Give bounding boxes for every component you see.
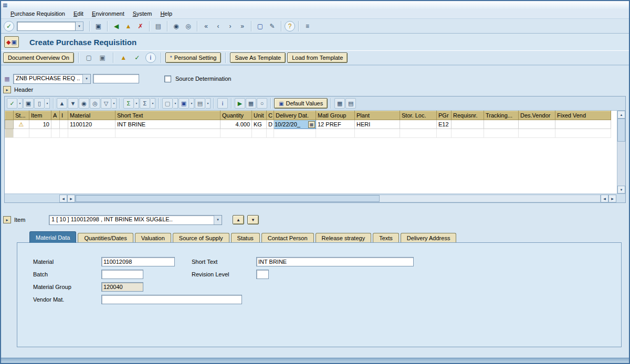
last-page-icon[interactable]: »	[237, 20, 248, 31]
status-warning-icon[interactable]: ⚠	[14, 120, 29, 129]
delete-dropdown-icon[interactable]: ▼	[45, 98, 50, 109]
document-overview-button[interactable]: Document Overview On	[3, 52, 74, 63]
details-info-icon[interactable]: i	[217, 98, 228, 109]
tab-source-of-supply[interactable]: Source of Supply	[173, 233, 229, 243]
vertical-scrollbar[interactable]: ▲ ▼	[617, 111, 625, 194]
col-stor-loc[interactable]: Stor. Loc.	[400, 111, 437, 120]
cell-des-vendor[interactable]	[519, 120, 555, 129]
create-shortcut-icon[interactable]: ✎	[267, 20, 278, 31]
cell-c[interactable]: D	[267, 120, 274, 129]
tab-material-data[interactable]: Material Data	[29, 231, 76, 243]
cell-item[interactable]: 10	[29, 120, 51, 129]
default-values-button[interactable]: ▣ Default Values	[274, 98, 328, 109]
filter-icon[interactable]: ▽	[101, 98, 111, 109]
views-dropdown-icon[interactable]: ▼	[206, 98, 211, 109]
sort-ascending-icon[interactable]: ▲	[57, 98, 67, 109]
col-i[interactable]: I	[60, 111, 68, 120]
duplicate-row-icon[interactable]: ▣	[178, 98, 189, 109]
graphic-icon[interactable]: ▦	[246, 98, 256, 109]
vertical-scroll-thumb[interactable]	[617, 119, 625, 142]
item-expand-icon[interactable]: ▸	[3, 216, 11, 223]
first-page-icon[interactable]: «	[201, 20, 212, 31]
copy-row-icon[interactable]: ▣	[23, 98, 34, 109]
find-next-icon[interactable]: ◎	[183, 20, 194, 31]
scroll-left-icon[interactable]: ◀	[59, 195, 67, 202]
batch-field[interactable]	[101, 270, 143, 279]
insert-row-dropdown-icon[interactable]: ▼	[173, 98, 178, 109]
sort-descending-icon[interactable]: ▼	[68, 98, 78, 109]
grid-find-icon[interactable]: ◉	[79, 98, 89, 109]
grid-find-next-icon[interactable]: ◎	[90, 98, 100, 109]
item-selector-combo[interactable]: 1 [ 10 ] 110012098 , INT BRINE MIX SUG&L…	[49, 215, 222, 225]
col-short-text[interactable]: Short Text	[116, 111, 220, 120]
row-selector-cell[interactable]	[5, 129, 14, 138]
cell-i[interactable]	[60, 120, 68, 129]
vendor-mat-field[interactable]	[101, 295, 242, 304]
save-as-template-button[interactable]: Save As Template	[230, 52, 286, 63]
hold-icon[interactable]: ▲	[118, 52, 129, 63]
services-icon[interactable]: ▣	[11, 39, 16, 46]
exit-icon[interactable]: ▲	[123, 20, 134, 31]
horizontal-scrollbar[interactable]: ◀ ▶ ◀ ▶	[5, 194, 625, 202]
layout-menu-icon[interactable]: ≡	[302, 20, 313, 31]
menu-purchase-requisition[interactable]: Purchase Requisition	[6, 10, 69, 17]
cell-pgr[interactable]: E12	[437, 120, 452, 129]
check-entries-icon[interactable]: ✓	[7, 98, 17, 109]
col-material[interactable]: Material	[68, 111, 116, 120]
col-delivery-date[interactable]: Delivery Dat.	[274, 111, 316, 120]
col-tracking[interactable]: Tracking...	[484, 111, 519, 120]
calendar-icon[interactable]: ▦	[308, 121, 315, 128]
command-input[interactable]	[17, 22, 76, 31]
cell-short-text[interactable]: INT BRINE	[116, 120, 220, 129]
cell-plant[interactable]: HERI	[355, 120, 400, 129]
subtotal-icon[interactable]: Σ	[140, 98, 150, 109]
col-unit[interactable]: Unit	[252, 111, 267, 120]
short-text-field[interactable]	[256, 257, 414, 266]
item-combo-dropdown-icon[interactable]: ▼	[214, 216, 222, 224]
export-icon[interactable]: ▶	[235, 98, 245, 109]
row-selector-cell[interactable]	[5, 120, 14, 129]
enter-icon[interactable]: ✓	[4, 21, 14, 31]
messages-info-icon[interactable]: i	[145, 52, 156, 63]
source-determination-checkbox[interactable]	[164, 76, 171, 82]
previous-page-icon[interactable]: ‹	[213, 20, 224, 31]
scroll-right-end-icon[interactable]: ▶	[608, 195, 616, 202]
new-session-icon[interactable]: ▢	[255, 20, 266, 31]
scroll-left-end-icon[interactable]: ◀	[601, 195, 608, 202]
col-fixed-vend[interactable]: Fixed Vend	[555, 111, 611, 120]
table-settings-icon[interactable]: ▦	[334, 98, 345, 109]
tab-status[interactable]: Status	[231, 233, 260, 243]
col-requisnr[interactable]: Requisnr.	[452, 111, 484, 120]
insert-row-icon[interactable]: ▢	[162, 98, 173, 109]
cell-requisnr[interactable]	[452, 120, 484, 129]
save-icon[interactable]: ▣	[93, 20, 104, 31]
material-group-field[interactable]	[101, 282, 143, 292]
tab-valuation[interactable]: Valuation	[135, 233, 171, 243]
combo-dropdown-icon[interactable]: ▼	[82, 74, 90, 83]
scroll-up-icon[interactable]: ▲	[617, 111, 625, 119]
cell-material[interactable]: 1100120	[68, 120, 116, 129]
check-icon[interactable]: ✓	[132, 52, 143, 63]
col-des-vendor[interactable]: Des.Vendor	[519, 111, 555, 120]
header-expand-icon[interactable]: ▸	[3, 86, 11, 93]
row-selector-header[interactable]	[5, 111, 14, 120]
tab-contact-person[interactable]: Contact Person	[261, 233, 314, 243]
command-dropdown-icon[interactable]: ▼	[76, 22, 83, 31]
screen-menu-buttons[interactable]: ◆ ▣	[4, 36, 19, 48]
cell-tracking[interactable]	[484, 120, 519, 129]
cell-a[interactable]	[51, 120, 60, 129]
next-page-icon[interactable]: ›	[225, 20, 236, 31]
menu-help[interactable]: Help	[156, 10, 176, 17]
tab-quantities-dates[interactable]: Quantities/Dates	[78, 233, 133, 243]
col-item[interactable]: Item	[29, 111, 51, 120]
col-c[interactable]: C	[267, 111, 274, 120]
cancel-icon[interactable]: ✗	[135, 20, 146, 31]
scroll-down-icon[interactable]: ▼	[617, 186, 625, 194]
subtotal-dropdown-icon[interactable]: ▼	[151, 98, 155, 109]
menu-edit[interactable]: Edit	[69, 10, 88, 17]
cell-quantity[interactable]: 4.000	[220, 120, 252, 129]
cell-stor-loc[interactable]	[400, 120, 437, 129]
scroll-right-icon[interactable]: ▶	[67, 195, 75, 202]
tab-delivery-address[interactable]: Delivery Address	[401, 233, 457, 243]
previous-item-button[interactable]: ▲	[233, 215, 244, 224]
